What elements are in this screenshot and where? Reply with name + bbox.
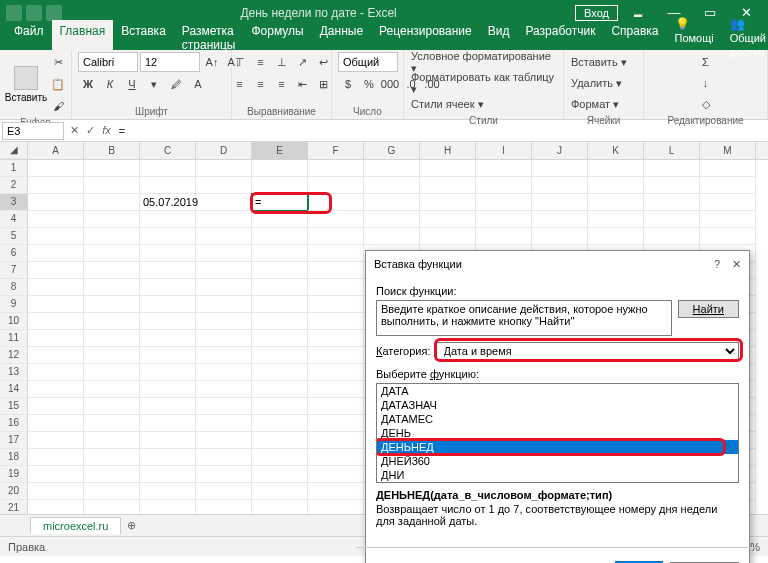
col-header-K[interactable]: K bbox=[588, 142, 644, 159]
font-size-select[interactable]: 12 bbox=[140, 52, 200, 72]
cell-E19[interactable] bbox=[252, 466, 308, 483]
paste-button[interactable]: Вставить bbox=[6, 62, 46, 106]
cell-E6[interactable] bbox=[252, 245, 308, 262]
cell-D8[interactable] bbox=[196, 279, 252, 296]
cell-L4[interactable] bbox=[644, 211, 700, 228]
dialog-titlebar[interactable]: Вставка функции ? ✕ bbox=[366, 251, 749, 277]
cell-F7[interactable] bbox=[308, 262, 364, 279]
cell-A5[interactable] bbox=[28, 228, 84, 245]
cell-A8[interactable] bbox=[28, 279, 84, 296]
row-header-15[interactable]: 15 bbox=[0, 398, 28, 415]
cell-M2[interactable] bbox=[700, 177, 756, 194]
cell-A18[interactable] bbox=[28, 449, 84, 466]
cell-D6[interactable] bbox=[196, 245, 252, 262]
cell-G4[interactable] bbox=[364, 211, 420, 228]
cell-B3[interactable] bbox=[84, 194, 140, 211]
cell-E11[interactable] bbox=[252, 330, 308, 347]
row-header-8[interactable]: 8 bbox=[0, 279, 28, 296]
percent-icon[interactable]: % bbox=[359, 74, 379, 94]
cell-A4[interactable] bbox=[28, 211, 84, 228]
cell-A21[interactable] bbox=[28, 500, 84, 514]
cell-A11[interactable] bbox=[28, 330, 84, 347]
indent-dec-icon[interactable]: ⇤ bbox=[293, 74, 313, 94]
row-header-12[interactable]: 12 bbox=[0, 347, 28, 364]
col-header-H[interactable]: H bbox=[420, 142, 476, 159]
cell-K4[interactable] bbox=[588, 211, 644, 228]
cell-C18[interactable] bbox=[140, 449, 196, 466]
cell-D10[interactable] bbox=[196, 313, 252, 330]
format-table-button[interactable]: Форматировать как таблицу ▾ bbox=[410, 73, 557, 93]
cell-L2[interactable] bbox=[644, 177, 700, 194]
dialog-close-icon[interactable]: ✕ bbox=[732, 258, 741, 271]
col-header-G[interactable]: G bbox=[364, 142, 420, 159]
cell-E12[interactable] bbox=[252, 347, 308, 364]
cell-B5[interactable] bbox=[84, 228, 140, 245]
cell-F2[interactable] bbox=[308, 177, 364, 194]
cell-C20[interactable] bbox=[140, 483, 196, 500]
col-header-C[interactable]: C bbox=[140, 142, 196, 159]
row-header-10[interactable]: 10 bbox=[0, 313, 28, 330]
cell-M4[interactable] bbox=[700, 211, 756, 228]
row-header-7[interactable]: 7 bbox=[0, 262, 28, 279]
cell-G3[interactable] bbox=[364, 194, 420, 211]
row-header-18[interactable]: 18 bbox=[0, 449, 28, 466]
col-header-F[interactable]: F bbox=[308, 142, 364, 159]
cell-C11[interactable] bbox=[140, 330, 196, 347]
comma-icon[interactable]: 000 bbox=[380, 74, 400, 94]
cell-B20[interactable] bbox=[84, 483, 140, 500]
cell-A15[interactable] bbox=[28, 398, 84, 415]
currency-icon[interactable]: $ bbox=[338, 74, 358, 94]
cell-A2[interactable] bbox=[28, 177, 84, 194]
row-header-16[interactable]: 16 bbox=[0, 415, 28, 432]
cell-I4[interactable] bbox=[476, 211, 532, 228]
cell-M1[interactable] bbox=[700, 160, 756, 177]
cell-L5[interactable] bbox=[644, 228, 700, 245]
cell-B18[interactable] bbox=[84, 449, 140, 466]
cell-K3[interactable] bbox=[588, 194, 644, 211]
row-header-2[interactable]: 2 bbox=[0, 177, 28, 194]
cell-F3[interactable] bbox=[308, 194, 364, 211]
cell-E20[interactable] bbox=[252, 483, 308, 500]
cell-E17[interactable] bbox=[252, 432, 308, 449]
cell-B7[interactable] bbox=[84, 262, 140, 279]
redo-icon[interactable] bbox=[46, 5, 62, 21]
cell-D11[interactable] bbox=[196, 330, 252, 347]
cell-E5[interactable] bbox=[252, 228, 308, 245]
font-btn-3[interactable]: ▾ bbox=[144, 74, 164, 94]
align-middle-icon[interactable]: ≡ bbox=[251, 52, 271, 72]
wrap-text-icon[interactable]: ↩ bbox=[314, 52, 334, 72]
cell-D17[interactable] bbox=[196, 432, 252, 449]
cell-J5[interactable] bbox=[532, 228, 588, 245]
cell-A16[interactable] bbox=[28, 415, 84, 432]
accept-formula-icon[interactable]: ✓ bbox=[86, 124, 95, 137]
font-btn-4[interactable]: 🖉 bbox=[166, 74, 186, 94]
fn-item-ДЕНЬ[interactable]: ДЕНЬ bbox=[377, 426, 738, 440]
cell-H4[interactable] bbox=[420, 211, 476, 228]
cell-F6[interactable] bbox=[308, 245, 364, 262]
fn-item-ДАТАМЕС[interactable]: ДАТАМЕС bbox=[377, 412, 738, 426]
col-header-L[interactable]: L bbox=[644, 142, 700, 159]
col-header-E[interactable]: E bbox=[252, 142, 308, 159]
cell-B9[interactable] bbox=[84, 296, 140, 313]
cell-B19[interactable] bbox=[84, 466, 140, 483]
cell-B2[interactable] bbox=[84, 177, 140, 194]
cell-E4[interactable] bbox=[252, 211, 308, 228]
cell-A6[interactable] bbox=[28, 245, 84, 262]
cell-F21[interactable] bbox=[308, 500, 364, 514]
fn-item-ДНЕЙ360[interactable]: ДНЕЙ360 bbox=[377, 454, 738, 468]
cell-E9[interactable] bbox=[252, 296, 308, 313]
cell-D4[interactable] bbox=[196, 211, 252, 228]
dialog-help-icon[interactable]: ? bbox=[714, 258, 720, 271]
cell-C1[interactable] bbox=[140, 160, 196, 177]
align-right-icon[interactable]: ≡ bbox=[272, 74, 292, 94]
cell-E1[interactable] bbox=[252, 160, 308, 177]
cell-E18[interactable] bbox=[252, 449, 308, 466]
cell-A14[interactable] bbox=[28, 381, 84, 398]
cell-C3[interactable]: 05.07.2019 bbox=[140, 194, 196, 211]
row-header-19[interactable]: 19 bbox=[0, 466, 28, 483]
cell-D15[interactable] bbox=[196, 398, 252, 415]
cell-A10[interactable] bbox=[28, 313, 84, 330]
cell-A13[interactable] bbox=[28, 364, 84, 381]
cell-D9[interactable] bbox=[196, 296, 252, 313]
cell-F8[interactable] bbox=[308, 279, 364, 296]
